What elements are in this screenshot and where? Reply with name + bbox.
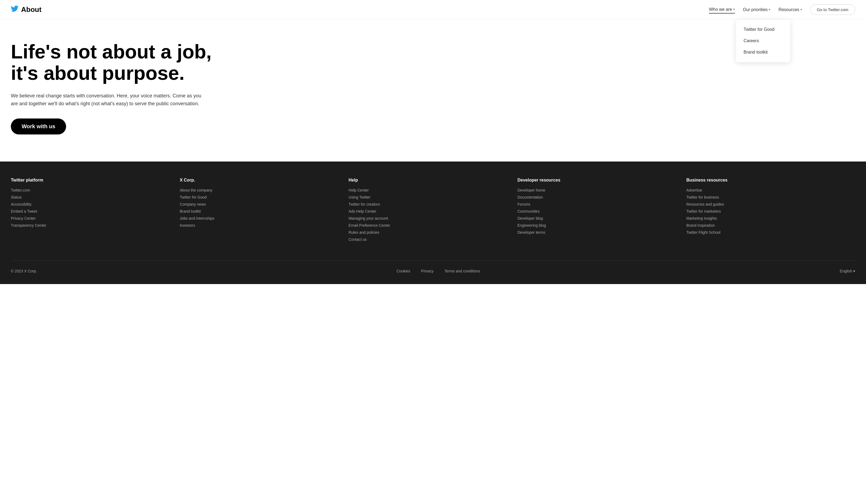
footer-link[interactable]: Twitter for business xyxy=(686,195,855,199)
site-footer: Twitter platform Twitter.com Status Acce… xyxy=(0,161,866,284)
footer-col-xcorp: X Corp. About the company Twitter for Go… xyxy=(180,178,348,244)
footer-link[interactable]: Privacy Center xyxy=(11,216,180,220)
footer-link[interactable]: Transparency Center xyxy=(11,223,180,228)
footer-link[interactable]: Communities xyxy=(518,209,686,214)
footer-link[interactable]: Developer terms xyxy=(518,230,686,234)
footer-link[interactable]: Twitter for Good xyxy=(180,195,348,199)
hero-title: Life's not about a job, it's about purpo… xyxy=(11,41,244,84)
nav-our-priorities[interactable]: Our priorities ▾ xyxy=(743,6,771,13)
footer-col-developer: Developer resources Developer home Docum… xyxy=(518,178,686,244)
footer-link[interactable]: Help Center xyxy=(348,188,518,192)
footer-link[interactable]: Accessibility xyxy=(11,202,180,206)
footer-bottom: © 2023 X Corp. Cookies Privacy Terms and… xyxy=(11,261,855,273)
footer-link[interactable]: Contact us xyxy=(348,237,518,242)
footer-col-title-xcorp: X Corp. xyxy=(180,178,348,183)
dropdown-item-twitter-for-good[interactable]: Twitter for Good xyxy=(736,24,790,35)
footer-copyright: © 2023 X Corp. xyxy=(11,269,37,273)
footer-link[interactable]: Twitter.com xyxy=(11,188,180,192)
footer-link[interactable]: Using Twitter xyxy=(348,195,518,199)
chevron-down-icon: ▾ xyxy=(800,8,802,11)
footer-link[interactable]: Brand inspiration xyxy=(686,223,855,228)
dropdown-item-brand-toolkit[interactable]: Brand toolkit xyxy=(736,47,790,58)
dropdown-item-careers[interactable]: Careers xyxy=(736,35,790,47)
footer-col-twitter-platform: Twitter platform Twitter.com Status Acce… xyxy=(11,178,180,244)
footer-link[interactable]: Resources and guides xyxy=(686,202,855,206)
site-header: About Who we are ▾ Our priorities ▾ Reso… xyxy=(0,0,866,20)
chevron-down-icon: ▾ xyxy=(853,269,855,273)
footer-link[interactable]: Advertise xyxy=(686,188,855,192)
footer-link[interactable]: Jobs and internships xyxy=(180,216,348,220)
footer-col-title-business: Business resources xyxy=(686,178,855,183)
footer-link[interactable]: Forums xyxy=(518,202,686,206)
chevron-down-icon: ▾ xyxy=(733,8,735,11)
header-logo-area: About xyxy=(11,5,42,14)
footer-link[interactable]: Rules and policies xyxy=(348,230,518,234)
nav-resources[interactable]: Resources ▾ xyxy=(778,6,802,13)
footer-col-help: Help Help Center Using Twitter Twitter f… xyxy=(348,178,518,244)
footer-columns: Twitter platform Twitter.com Status Acce… xyxy=(11,178,855,244)
footer-col-title-help: Help xyxy=(348,178,518,183)
site-title: About xyxy=(21,5,42,14)
footer-link[interactable]: Company news xyxy=(180,202,348,206)
footer-link[interactable]: Engineering blog xyxy=(518,223,686,228)
language-label: English xyxy=(840,269,852,273)
main-nav: Who we are ▾ Our priorities ▾ Resources … xyxy=(709,4,855,15)
footer-link[interactable]: Twitter Flight School xyxy=(686,230,855,234)
footer-link[interactable]: Twitter for marketers xyxy=(686,209,855,214)
footer-link[interactable]: Documentation xyxy=(518,195,686,199)
footer-link[interactable]: Twitter for creators xyxy=(348,202,518,206)
footer-cookies-link[interactable]: Cookies xyxy=(397,269,410,273)
footer-col-business: Business resources Advertise Twitter for… xyxy=(686,178,855,244)
footer-link[interactable]: Marketing insights xyxy=(686,216,855,220)
footer-link[interactable]: Managing your account xyxy=(348,216,518,220)
hero-subtitle: We believe real change starts with conve… xyxy=(11,92,206,108)
twitter-logo-icon xyxy=(11,5,19,14)
footer-link[interactable]: Developer blog xyxy=(518,216,686,220)
footer-link[interactable]: Investors xyxy=(180,223,348,228)
footer-col-title-developer: Developer resources xyxy=(518,178,686,183)
footer-privacy-link[interactable]: Privacy xyxy=(421,269,434,273)
who-we-are-dropdown: Twitter for Good Careers Brand toolkit xyxy=(736,20,790,62)
footer-link[interactable]: Email Preference Center xyxy=(348,223,518,228)
footer-link[interactable]: Developer home xyxy=(518,188,686,192)
footer-link[interactable]: About the company xyxy=(180,188,348,192)
footer-terms-link[interactable]: Terms and conditions xyxy=(444,269,480,273)
go-to-twitter-button[interactable]: Go to Twitter.com xyxy=(810,4,855,15)
footer-link[interactable]: Ads Help Center xyxy=(348,209,518,214)
footer-link[interactable]: Embed a Tweet xyxy=(11,209,180,214)
language-selector[interactable]: English ▾ xyxy=(840,269,855,273)
footer-link[interactable]: Brand toolkit xyxy=(180,209,348,214)
footer-bottom-links: Cookies Privacy Terms and conditions xyxy=(397,269,480,273)
chevron-down-icon: ▾ xyxy=(769,8,770,11)
footer-col-title-twitter-platform: Twitter platform xyxy=(11,178,180,183)
work-with-us-button[interactable]: Work with us xyxy=(11,118,66,135)
nav-who-we-are[interactable]: Who we are ▾ xyxy=(709,6,735,13)
footer-link[interactable]: Status xyxy=(11,195,180,199)
